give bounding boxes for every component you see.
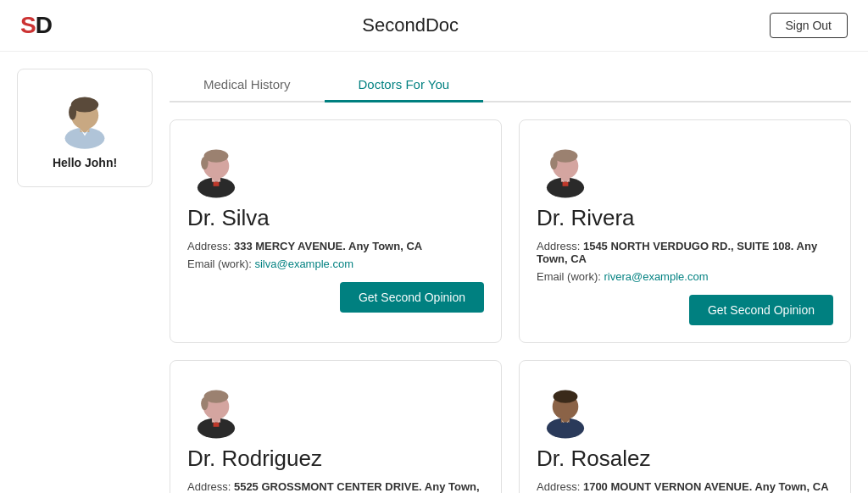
get-opinion-button-silva[interactable]: Get Second Opinion: [340, 282, 484, 313]
svg-rect-26: [214, 423, 220, 427]
doctor-avatar-rosalez: [537, 378, 594, 435]
doctors-grid: Dr. Silva Address: 333 MERCY AVENUE. Any…: [170, 119, 851, 493]
doctor-name-rosalez: Dr. Rosalez: [537, 446, 833, 472]
doctor-card-rodriguez: Dr. Rodriguez Address: 5525 GROSSMONT CE…: [170, 360, 502, 493]
doctor-email-link-silva[interactable]: silva@example.com: [254, 258, 353, 270]
content-area: Medical History Doctors For You Dr. Silv…: [170, 69, 851, 493]
logo-s-letter: S: [20, 12, 36, 39]
doctor-avatar-silva: [187, 137, 245, 195]
sign-out-button[interactable]: Sign Out: [770, 13, 848, 38]
doctor-name-silva: Dr. Silva: [187, 205, 484, 231]
svg-rect-12: [214, 182, 220, 186]
doctor-card-silva: Dr. Silva Address: 333 MERCY AVENUE. Any…: [170, 119, 502, 343]
logo-d-letter: D: [36, 12, 52, 39]
doctor-name-rodriguez: Dr. Rodriguez: [187, 446, 484, 472]
user-greeting: Hello John!: [53, 156, 117, 169]
doctor-address-rodriguez: Address: 5525 GROSSMONT CENTER DRIVE. An…: [187, 480, 484, 493]
doctor-email-silva: Email (work): silva@example.com: [187, 258, 484, 270]
doctor-name-rivera: Dr. Rivera: [537, 205, 833, 231]
sidebar: Hello John!: [17, 69, 153, 493]
doctor-address-rivera: Address: 1545 NORTH VERDUGO RD., SUITE 1…: [537, 240, 833, 265]
doctor-address-rosalez: Address: 1700 MOUNT VERNON AVENUE. Any T…: [537, 480, 833, 493]
doctor-card-rosalez: Dr. Rosalez Address: 1700 MOUNT VERNON A…: [519, 360, 851, 493]
svg-rect-32: [563, 423, 569, 427]
doctor-avatar-rodriguez: [187, 378, 245, 435]
svg-point-10: [201, 157, 209, 169]
app-logo: SD: [20, 12, 52, 39]
svg-point-17: [550, 157, 558, 169]
svg-point-30: [554, 390, 578, 402]
main-container: Hello John! Medical History Doctors For …: [0, 52, 868, 493]
user-avatar: [54, 86, 115, 147]
doctor-card-rivera: Dr. Rivera Address: 1545 NORTH VERDUGO R…: [519, 119, 851, 343]
tab-medical-history[interactable]: Medical History: [170, 69, 325, 102]
svg-point-24: [201, 397, 209, 410]
app-title: SecondDoc: [362, 14, 459, 36]
doctor-email-rivera: Email (work): rivera@example.com: [537, 270, 833, 283]
doctor-address-silva: Address: 333 MERCY AVENUE. Any Town, CA: [187, 240, 484, 252]
svg-point-4: [69, 105, 76, 120]
get-opinion-button-rivera[interactable]: Get Second Opinion: [689, 295, 833, 325]
user-card: Hello John!: [17, 69, 153, 187]
header: SD SecondDoc Sign Out: [0, 0, 868, 52]
doctor-email-link-rivera[interactable]: rivera@example.com: [604, 270, 708, 283]
tab-doctors-for-you[interactable]: Doctors For You: [325, 69, 484, 102]
svg-rect-19: [563, 182, 569, 186]
doctor-avatar-rivera: [537, 137, 594, 195]
tab-bar: Medical History Doctors For You: [170, 69, 851, 102]
